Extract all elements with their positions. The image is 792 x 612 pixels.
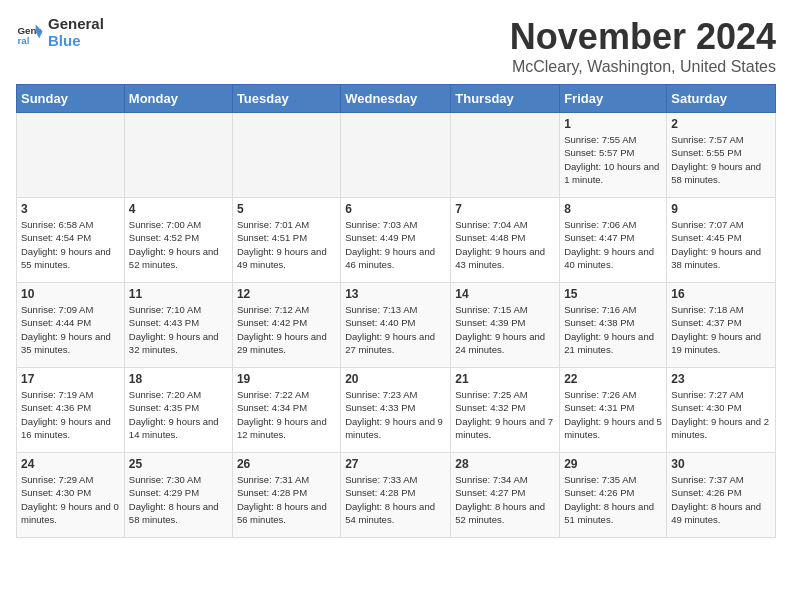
day-info: Sunrise: 7:23 AM Sunset: 4:33 PM Dayligh…: [345, 388, 446, 441]
month-title: November 2024: [510, 16, 776, 58]
calendar-header-row: SundayMondayTuesdayWednesdayThursdayFrid…: [17, 85, 776, 113]
location-title: McCleary, Washington, United States: [510, 58, 776, 76]
calendar-cell: 8Sunrise: 7:06 AM Sunset: 4:47 PM Daylig…: [560, 198, 667, 283]
day-number: 7: [455, 202, 555, 216]
day-info: Sunrise: 7:20 AM Sunset: 4:35 PM Dayligh…: [129, 388, 228, 441]
calendar-cell: 11Sunrise: 7:10 AM Sunset: 4:43 PM Dayli…: [124, 283, 232, 368]
day-number: 20: [345, 372, 446, 386]
calendar-cell: 25Sunrise: 7:30 AM Sunset: 4:29 PM Dayli…: [124, 453, 232, 538]
day-info: Sunrise: 7:16 AM Sunset: 4:38 PM Dayligh…: [564, 303, 662, 356]
calendar-cell: 16Sunrise: 7:18 AM Sunset: 4:37 PM Dayli…: [667, 283, 776, 368]
calendar-header-friday: Friday: [560, 85, 667, 113]
day-info: Sunrise: 7:03 AM Sunset: 4:49 PM Dayligh…: [345, 218, 446, 271]
calendar-header-wednesday: Wednesday: [341, 85, 451, 113]
day-number: 10: [21, 287, 120, 301]
calendar-cell: [341, 113, 451, 198]
day-number: 27: [345, 457, 446, 471]
day-info: Sunrise: 7:55 AM Sunset: 5:57 PM Dayligh…: [564, 133, 662, 186]
calendar-header-saturday: Saturday: [667, 85, 776, 113]
calendar-cell: 9Sunrise: 7:07 AM Sunset: 4:45 PM Daylig…: [667, 198, 776, 283]
day-number: 21: [455, 372, 555, 386]
day-number: 26: [237, 457, 336, 471]
calendar-cell: 5Sunrise: 7:01 AM Sunset: 4:51 PM Daylig…: [232, 198, 340, 283]
calendar-body: 1Sunrise: 7:55 AM Sunset: 5:57 PM Daylig…: [17, 113, 776, 538]
day-info: Sunrise: 7:30 AM Sunset: 4:29 PM Dayligh…: [129, 473, 228, 526]
day-info: Sunrise: 7:33 AM Sunset: 4:28 PM Dayligh…: [345, 473, 446, 526]
day-number: 24: [21, 457, 120, 471]
title-area: November 2024 McCleary, Washington, Unit…: [510, 16, 776, 76]
calendar-cell: [124, 113, 232, 198]
day-info: Sunrise: 7:35 AM Sunset: 4:26 PM Dayligh…: [564, 473, 662, 526]
day-info: Sunrise: 7:01 AM Sunset: 4:51 PM Dayligh…: [237, 218, 336, 271]
day-number: 1: [564, 117, 662, 131]
day-number: 12: [237, 287, 336, 301]
day-info: Sunrise: 7:26 AM Sunset: 4:31 PM Dayligh…: [564, 388, 662, 441]
logo-icon: Gene ral: [16, 19, 44, 47]
calendar-cell: 13Sunrise: 7:13 AM Sunset: 4:40 PM Dayli…: [341, 283, 451, 368]
calendar-cell: 28Sunrise: 7:34 AM Sunset: 4:27 PM Dayli…: [451, 453, 560, 538]
calendar-header-thursday: Thursday: [451, 85, 560, 113]
day-number: 9: [671, 202, 771, 216]
calendar-cell: 26Sunrise: 7:31 AM Sunset: 4:28 PM Dayli…: [232, 453, 340, 538]
day-number: 25: [129, 457, 228, 471]
calendar-week-1: 3Sunrise: 6:58 AM Sunset: 4:54 PM Daylig…: [17, 198, 776, 283]
calendar-cell: [451, 113, 560, 198]
day-number: 11: [129, 287, 228, 301]
day-info: Sunrise: 7:10 AM Sunset: 4:43 PM Dayligh…: [129, 303, 228, 356]
calendar-cell: 19Sunrise: 7:22 AM Sunset: 4:34 PM Dayli…: [232, 368, 340, 453]
day-info: Sunrise: 7:37 AM Sunset: 4:26 PM Dayligh…: [671, 473, 771, 526]
calendar-cell: [232, 113, 340, 198]
calendar-week-0: 1Sunrise: 7:55 AM Sunset: 5:57 PM Daylig…: [17, 113, 776, 198]
day-info: Sunrise: 7:07 AM Sunset: 4:45 PM Dayligh…: [671, 218, 771, 271]
calendar-header-tuesday: Tuesday: [232, 85, 340, 113]
calendar-cell: 29Sunrise: 7:35 AM Sunset: 4:26 PM Dayli…: [560, 453, 667, 538]
svg-text:ral: ral: [17, 35, 29, 46]
calendar-cell: 15Sunrise: 7:16 AM Sunset: 4:38 PM Dayli…: [560, 283, 667, 368]
day-number: 22: [564, 372, 662, 386]
day-number: 19: [237, 372, 336, 386]
calendar-cell: 3Sunrise: 6:58 AM Sunset: 4:54 PM Daylig…: [17, 198, 125, 283]
calendar-cell: 27Sunrise: 7:33 AM Sunset: 4:28 PM Dayli…: [341, 453, 451, 538]
day-info: Sunrise: 7:22 AM Sunset: 4:34 PM Dayligh…: [237, 388, 336, 441]
day-info: Sunrise: 7:29 AM Sunset: 4:30 PM Dayligh…: [21, 473, 120, 526]
calendar-cell: 30Sunrise: 7:37 AM Sunset: 4:26 PM Dayli…: [667, 453, 776, 538]
calendar-cell: 14Sunrise: 7:15 AM Sunset: 4:39 PM Dayli…: [451, 283, 560, 368]
calendar-week-3: 17Sunrise: 7:19 AM Sunset: 4:36 PM Dayli…: [17, 368, 776, 453]
calendar-cell: 23Sunrise: 7:27 AM Sunset: 4:30 PM Dayli…: [667, 368, 776, 453]
day-info: Sunrise: 7:09 AM Sunset: 4:44 PM Dayligh…: [21, 303, 120, 356]
calendar-cell: 18Sunrise: 7:20 AM Sunset: 4:35 PM Dayli…: [124, 368, 232, 453]
day-info: Sunrise: 7:00 AM Sunset: 4:52 PM Dayligh…: [129, 218, 228, 271]
logo: Gene ral General Blue: [16, 16, 104, 49]
day-number: 5: [237, 202, 336, 216]
logo-text-line1: General: [48, 16, 104, 33]
logo-text-line2: Blue: [48, 33, 104, 50]
day-info: Sunrise: 7:06 AM Sunset: 4:47 PM Dayligh…: [564, 218, 662, 271]
day-info: Sunrise: 6:58 AM Sunset: 4:54 PM Dayligh…: [21, 218, 120, 271]
day-number: 18: [129, 372, 228, 386]
calendar-cell: 10Sunrise: 7:09 AM Sunset: 4:44 PM Dayli…: [17, 283, 125, 368]
calendar-cell: 22Sunrise: 7:26 AM Sunset: 4:31 PM Dayli…: [560, 368, 667, 453]
day-number: 28: [455, 457, 555, 471]
day-info: Sunrise: 7:13 AM Sunset: 4:40 PM Dayligh…: [345, 303, 446, 356]
day-info: Sunrise: 7:27 AM Sunset: 4:30 PM Dayligh…: [671, 388, 771, 441]
calendar-week-4: 24Sunrise: 7:29 AM Sunset: 4:30 PM Dayli…: [17, 453, 776, 538]
calendar-cell: 6Sunrise: 7:03 AM Sunset: 4:49 PM Daylig…: [341, 198, 451, 283]
day-number: 6: [345, 202, 446, 216]
day-info: Sunrise: 7:25 AM Sunset: 4:32 PM Dayligh…: [455, 388, 555, 441]
calendar-table: SundayMondayTuesdayWednesdayThursdayFrid…: [16, 84, 776, 538]
calendar-header-sunday: Sunday: [17, 85, 125, 113]
day-number: 30: [671, 457, 771, 471]
day-info: Sunrise: 7:57 AM Sunset: 5:55 PM Dayligh…: [671, 133, 771, 186]
calendar-cell: [17, 113, 125, 198]
calendar-cell: 2Sunrise: 7:57 AM Sunset: 5:55 PM Daylig…: [667, 113, 776, 198]
day-info: Sunrise: 7:04 AM Sunset: 4:48 PM Dayligh…: [455, 218, 555, 271]
calendar-cell: 24Sunrise: 7:29 AM Sunset: 4:30 PM Dayli…: [17, 453, 125, 538]
day-info: Sunrise: 7:19 AM Sunset: 4:36 PM Dayligh…: [21, 388, 120, 441]
calendar-cell: 7Sunrise: 7:04 AM Sunset: 4:48 PM Daylig…: [451, 198, 560, 283]
calendar-cell: 4Sunrise: 7:00 AM Sunset: 4:52 PM Daylig…: [124, 198, 232, 283]
calendar-cell: 21Sunrise: 7:25 AM Sunset: 4:32 PM Dayli…: [451, 368, 560, 453]
day-info: Sunrise: 7:18 AM Sunset: 4:37 PM Dayligh…: [671, 303, 771, 356]
calendar-cell: 17Sunrise: 7:19 AM Sunset: 4:36 PM Dayli…: [17, 368, 125, 453]
day-info: Sunrise: 7:34 AM Sunset: 4:27 PM Dayligh…: [455, 473, 555, 526]
day-number: 29: [564, 457, 662, 471]
